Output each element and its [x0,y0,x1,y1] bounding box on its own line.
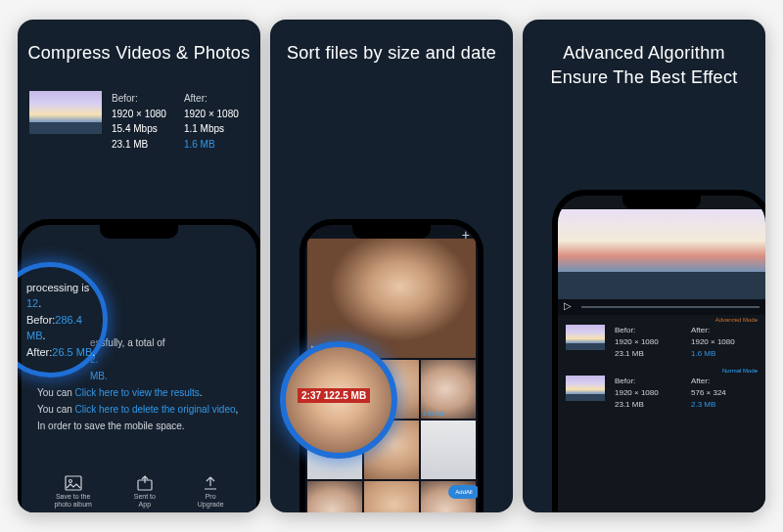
pro-upgrade-button[interactable]: Pro Upgrade [198,475,224,509]
sample-thumbnail [29,91,102,134]
compression-comparison: Befor: 1920 × 1080 15.4 Mbps 23.1 MB Aft… [29,91,249,152]
grid-cell[interactable] [307,481,362,512]
headline-2: Sort files by size and date [270,20,513,66]
grid-hero-cell[interactable]: ▷ [307,239,476,358]
upload-icon [202,475,219,491]
after-column: After: 1920 × 1080 1.1 Mbps 1.6 MB [184,91,239,152]
image-icon [65,475,82,491]
grid-cell[interactable] [364,481,419,512]
headline-3: Advanced Algorithm Ensure The Best Effec… [523,20,765,90]
view-results-link[interactable]: Click here to view the results [75,387,200,398]
share-icon [136,475,154,491]
promo-panel-3: Advanced Algorithm Ensure The Best Effec… [523,20,765,512]
promo-panel-1: Compress Videos & Photos Befor: 1920 × 1… [18,20,260,512]
advanced-mode-row: Befor: 1920 × 1080 23.1 MB After: 1920 ×… [558,323,765,366]
phone-frame-3: Advanced Mode Befor: 1920 × 1080 23.1 MB… [552,190,765,512]
before-column: Befor: 1920 × 1080 15.4 Mbps 23.1 MB [112,91,166,152]
duration-size-tag: 2:37 122.5 MB [298,388,370,403]
bottom-toolbar: Save to the photo album Sent to App Pro … [33,475,245,509]
normal-mode-row: Befor: 1920 × 1080 23.1 MB After: 576 × … [558,374,765,417]
promo-panel-2: Sort files by size and date + ▷ 2.03 MB … [270,20,513,512]
phone-notch [622,196,701,209]
playback-bar[interactable] [558,299,765,315]
svg-point-1 [69,479,71,482]
save-to-album-button[interactable]: Save to the photo album [54,475,92,509]
thumb [566,376,605,401]
mode-label-advanced: Advanced Mode [558,315,765,323]
sent-to-app-button[interactable]: Sent to App [134,475,156,509]
phone-frame-1: processing is 12. Befor:286.4 MB. After:… [18,219,260,512]
video-preview[interactable] [558,209,765,299]
mode-label-normal: Normal Mode [558,366,765,374]
delete-original-link[interactable]: Click here to delete the original video [75,404,236,415]
headline-1: Compress Videos & Photos [18,20,260,66]
add-all-button[interactable]: AddAll [448,485,480,499]
grid-cell[interactable]: 2.01 MB [421,360,476,419]
item-highlight-circle: 2:37 122.5 MB [280,341,397,459]
svg-rect-0 [66,476,81,490]
phone-notch [100,225,178,239]
thumb [566,325,605,350]
grid-cell[interactable] [421,421,476,479]
